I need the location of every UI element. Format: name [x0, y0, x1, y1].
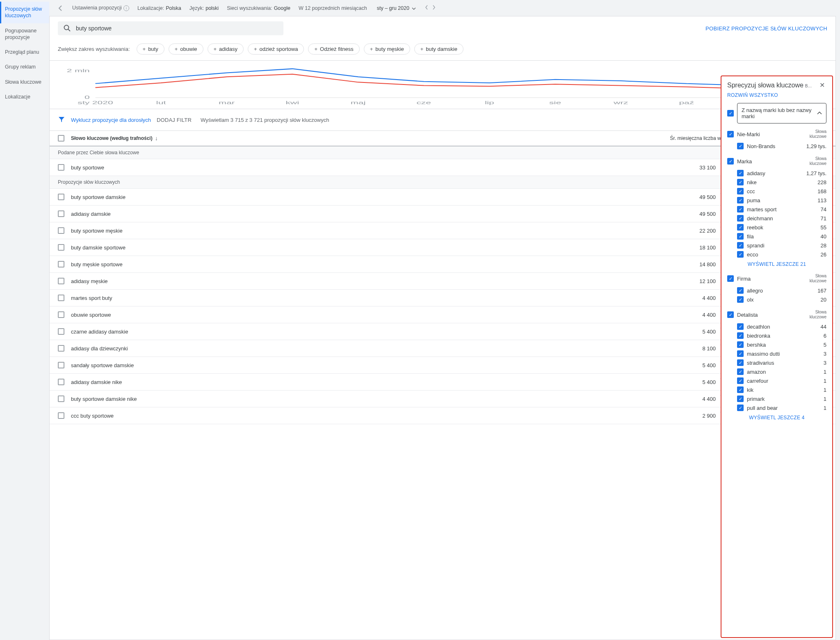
- row-checkbox[interactable]: [58, 345, 64, 352]
- table-row[interactable]: adidasy męskie 12 100 Duża: [50, 273, 835, 290]
- refine-item[interactable]: ✓kik 1: [727, 385, 826, 394]
- sidebar-item[interactable]: Lokalizacje: [0, 89, 49, 104]
- refine-item[interactable]: ✓massimo dutti 3: [727, 349, 826, 358]
- brand-toggle-checkbox[interactable]: ✓: [727, 110, 734, 117]
- chevron-down-icon[interactable]: [412, 5, 416, 11]
- item-checkbox[interactable]: ✓: [737, 143, 744, 149]
- expand-chip[interactable]: +Odzież fitness: [308, 43, 359, 55]
- refine-item[interactable]: ✓sprandi 28: [727, 241, 826, 250]
- item-checkbox[interactable]: ✓: [737, 377, 744, 384]
- sidebar-item[interactable]: Pogrupowane propozycje: [0, 23, 49, 45]
- item-checkbox[interactable]: ✓: [737, 405, 744, 411]
- network-value[interactable]: Google: [274, 5, 290, 11]
- row-checkbox[interactable]: [58, 412, 64, 419]
- refine-item[interactable]: ✓martes sport 74: [727, 205, 826, 214]
- refine-item[interactable]: ✓reebok 55: [727, 223, 826, 232]
- refine-item[interactable]: ✓Non-Brands 1,29 tys.: [727, 142, 826, 151]
- refine-item[interactable]: ✓allegro 167: [727, 286, 826, 295]
- row-checkbox[interactable]: [58, 164, 64, 171]
- row-checkbox[interactable]: [58, 227, 64, 234]
- select-all-checkbox[interactable]: [58, 135, 64, 142]
- item-checkbox[interactable]: ✓: [737, 341, 744, 348]
- item-checkbox[interactable]: ✓: [737, 251, 744, 258]
- refine-item[interactable]: ✓deichmann 71: [727, 214, 826, 223]
- table-row[interactable]: sandały sportowe damskie 5 400 Duża: [50, 357, 835, 374]
- sidebar-item[interactable]: Propozycje słów kluczowych: [0, 2, 49, 23]
- date-range[interactable]: sty – gru 2020: [377, 5, 409, 11]
- row-checkbox[interactable]: [58, 295, 64, 301]
- item-checkbox[interactable]: ✓: [737, 170, 744, 176]
- row-checkbox[interactable]: [58, 194, 64, 200]
- item-checkbox[interactable]: ✓: [737, 233, 744, 240]
- refine-item[interactable]: ✓biedronka 6: [727, 331, 826, 340]
- refine-item[interactable]: ✓decathlon 44: [727, 322, 826, 331]
- refine-item[interactable]: ✓carrefour 1: [727, 376, 826, 385]
- section-checkbox[interactable]: ✓: [727, 311, 734, 318]
- show-more-link[interactable]: WYŚWIETL JESZCZE 4: [727, 412, 826, 421]
- refine-item[interactable]: ✓pull and bear 1: [727, 403, 826, 412]
- expand-chip[interactable]: +buty: [137, 43, 164, 55]
- next-period-icon[interactable]: [431, 4, 436, 12]
- row-checkbox[interactable]: [58, 395, 64, 402]
- refine-item[interactable]: ✓amazon 1: [727, 367, 826, 376]
- refine-item[interactable]: ✓adidasy 1,27 tys.: [727, 169, 826, 178]
- row-checkbox[interactable]: [58, 328, 64, 335]
- exclude-adult-link[interactable]: Wyklucz propozycje dla dorosłych: [71, 117, 151, 123]
- refine-item[interactable]: ✓fila 40: [727, 232, 826, 241]
- add-filter-button[interactable]: DODAJ FILTR: [157, 117, 192, 123]
- expand-all-link[interactable]: ROZWIŃ WSZYSTKO: [727, 92, 826, 98]
- table-row[interactable]: obuwie sportowe 4 400 Duża: [50, 306, 835, 323]
- table-row[interactable]: buty męskie sportowe 14 800 Duża: [50, 256, 835, 273]
- expand-chip[interactable]: +buty damskie: [414, 43, 463, 55]
- table-row[interactable]: buty sportowe męskie 22 200 Duża: [50, 222, 835, 239]
- settings-label[interactable]: Ustawienia propozycji: [72, 5, 122, 11]
- sidebar-item[interactable]: Słowa kluczowe: [0, 75, 49, 89]
- expand-chip[interactable]: +odzież sportowa: [248, 43, 304, 55]
- refine-item[interactable]: ✓ecco 26: [727, 250, 826, 259]
- table-row[interactable]: adidasy damskie nike 5 400 Duża: [50, 374, 835, 391]
- refine-item[interactable]: ✓bershka 5: [727, 340, 826, 349]
- item-checkbox[interactable]: ✓: [737, 296, 744, 303]
- item-checkbox[interactable]: ✓: [737, 188, 744, 194]
- section-checkbox[interactable]: ✓: [727, 158, 734, 165]
- row-checkbox[interactable]: [58, 278, 64, 284]
- table-row[interactable]: ccc buty sportowe 2 900 Duża: [50, 407, 835, 424]
- item-checkbox[interactable]: ✓: [737, 332, 744, 339]
- refine-item[interactable]: ✓puma 113: [727, 196, 826, 205]
- refine-item[interactable]: ✓olx 20: [727, 295, 826, 304]
- item-checkbox[interactable]: ✓: [737, 350, 744, 357]
- row-checkbox[interactable]: [58, 379, 64, 385]
- section-checkbox[interactable]: ✓: [727, 131, 734, 137]
- table-row[interactable]: buty sportowe 33 100 Duża: [50, 159, 835, 176]
- refine-item[interactable]: ✓nike 228: [727, 178, 826, 187]
- item-checkbox[interactable]: ✓: [737, 323, 744, 330]
- expand-chip[interactable]: +buty męskie: [364, 43, 410, 55]
- prev-period-icon[interactable]: [424, 4, 429, 12]
- refine-item[interactable]: ✓ccc 168: [727, 187, 826, 196]
- location-value[interactable]: Polska: [166, 5, 181, 11]
- item-checkbox[interactable]: ✓: [737, 368, 744, 375]
- sort-arrow-icon[interactable]: ↓: [155, 135, 158, 142]
- table-row[interactable]: adidasy damskie 49 500 Duża: [50, 206, 835, 222]
- item-checkbox[interactable]: ✓: [737, 287, 744, 294]
- show-more-link[interactable]: WYŚWIETL JESZCZE 21: [727, 259, 826, 268]
- sidebar-item[interactable]: Przegląd planu: [0, 45, 49, 59]
- item-checkbox[interactable]: ✓: [737, 197, 744, 203]
- row-checkbox[interactable]: [58, 261, 64, 267]
- search-box[interactable]: [58, 21, 283, 35]
- item-checkbox[interactable]: ✓: [737, 359, 744, 366]
- item-checkbox[interactable]: ✓: [737, 395, 744, 402]
- section-checkbox[interactable]: ✓: [727, 275, 734, 282]
- expand-chip[interactable]: +obuwie: [169, 43, 203, 55]
- row-checkbox[interactable]: [58, 311, 64, 318]
- item-checkbox[interactable]: ✓: [737, 215, 744, 222]
- row-checkbox[interactable]: [58, 362, 64, 368]
- table-row[interactable]: buty sportowe damskie nike 4 400 Duża: [50, 391, 835, 407]
- item-checkbox[interactable]: ✓: [737, 179, 744, 185]
- col-keyword[interactable]: Słowo kluczowe (według trafności): [71, 135, 153, 141]
- item-checkbox[interactable]: ✓: [737, 206, 744, 213]
- sidebar-item[interactable]: Grupy reklam: [0, 59, 49, 74]
- search-input[interactable]: [76, 25, 278, 32]
- table-row[interactable]: buty sportowe damskie 49 500 Duża: [50, 189, 835, 206]
- table-row[interactable]: czarne adidasy damskie 5 400 Duża: [50, 323, 835, 340]
